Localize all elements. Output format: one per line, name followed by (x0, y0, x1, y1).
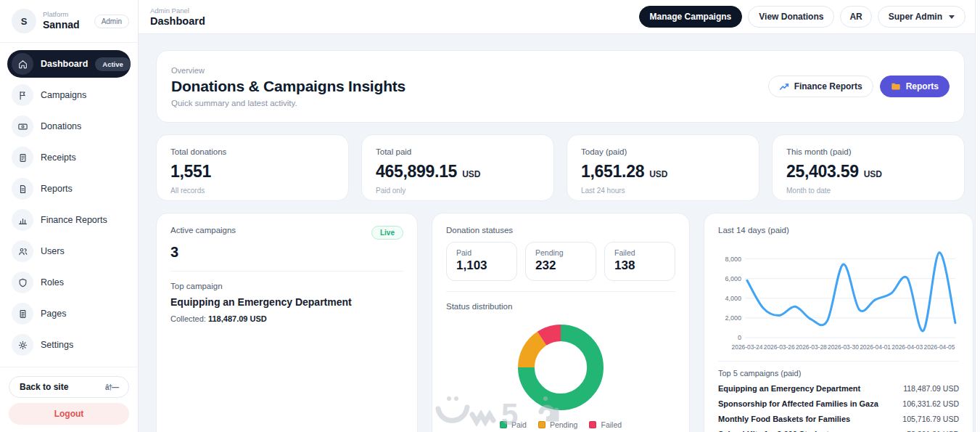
stat-label: This month (paid) (786, 147, 950, 156)
bottom-row: Active campaigns Live 3 Top campaign Equ… (156, 213, 965, 432)
top5-row: School Kits for 2,000 Students 58,361.81… (718, 426, 959, 432)
sidebar-item-label: Pages (41, 309, 126, 319)
legend-label: Paid (511, 420, 527, 429)
stat-unit: USD (649, 169, 667, 179)
view-donations-button[interactable]: View Donations (748, 6, 834, 28)
topbar: Admin Panel Dashboard Manage Campaigns V… (139, 0, 980, 34)
stat-subtext: Month to date (786, 187, 950, 195)
manage-campaigns-button[interactable]: Manage Campaigns (639, 6, 743, 28)
shield-icon (12, 272, 33, 293)
language-toggle-button[interactable]: AR (840, 6, 871, 28)
svg-text:2026-03-26: 2026-03-26 (764, 343, 795, 351)
stat-subtext: Paid only (376, 187, 540, 195)
donation-statuses-card: Donation statuses Paid 1,103 Pending 232… (432, 213, 690, 432)
collected-value: 118,487.09 USD (208, 314, 267, 323)
campaign-amount: 118,487.09 USD (903, 384, 959, 393)
stat-card-total-donations: Total donations 1,551 All records (156, 134, 349, 201)
breadcrumb: Admin Panel (150, 7, 205, 15)
overview-title: Donations & Campaigns Insights (171, 78, 405, 95)
divider (170, 271, 403, 272)
svg-text:2026-04-01: 2026-04-01 (860, 343, 891, 351)
sidebar-item-finance-reports[interactable]: Finance Reports (7, 206, 131, 234)
legend-label: Pending (550, 420, 578, 429)
svg-text:2026-03-30: 2026-03-30 (828, 343, 859, 351)
svg-text:4,000: 4,000 (725, 295, 741, 302)
user-menu-label: Super Admin (889, 12, 942, 22)
sidebar-item-label: Campaigns (41, 90, 126, 100)
svg-text:8,000: 8,000 (725, 256, 741, 263)
admin-role-badge: Admin (94, 15, 129, 28)
user-menu-button[interactable]: Super Admin (878, 6, 965, 28)
top5-row: Equipping an Emergency Department 118,48… (718, 380, 959, 396)
bar-chart-icon (12, 209, 33, 231)
chart-up-icon (779, 81, 789, 91)
sidebar-item-campaigns[interactable]: Campaigns (7, 81, 131, 109)
stat-value: 465,899.15 (376, 162, 457, 182)
stat-value: 25,403.59 (786, 162, 859, 182)
svg-text:2026-03-24: 2026-03-24 (732, 343, 763, 351)
svg-text:2026-04-05: 2026-04-05 (924, 343, 955, 351)
sidebar-item-settings[interactable]: Settings (7, 331, 131, 359)
page-scrollbar[interactable] (975, 0, 980, 432)
sidebar-item-label: Dashboard (41, 59, 88, 69)
legend-item[interactable]: Paid (500, 420, 527, 429)
stat-unit: USD (462, 169, 480, 179)
finance-reports-button[interactable]: Finance Reports (768, 76, 873, 97)
sidebar-nav: Dashboard Active Campaigns Donations Re (0, 43, 138, 367)
topbar-actions: Manage Campaigns View Donations AR Super… (639, 6, 965, 28)
status-mini-label: Paid (456, 248, 507, 257)
users-icon (12, 240, 33, 262)
home-icon (12, 53, 33, 75)
back-to-site-button[interactable]: Back to site â†— (9, 376, 129, 398)
folder-icon (891, 81, 901, 91)
sidebar-footer: Back to site â†— Logout (0, 367, 138, 432)
sidebar-item-label: Finance Reports (41, 215, 126, 225)
file-icon (12, 178, 33, 200)
sidebar-item-roles[interactable]: Roles (7, 269, 131, 296)
campaign-amount: 58,361.81 USD (907, 430, 959, 432)
top5-title: Top 5 campaigns (paid) (718, 369, 959, 378)
sidebar-item-label: Users (41, 246, 126, 256)
logout-button[interactable]: Logout (9, 403, 129, 425)
sidebar-item-donations[interactable]: Donations (7, 113, 131, 140)
page-icon (12, 303, 33, 325)
svg-text:0: 0 (738, 334, 741, 341)
campaign-name: Equipping an Emergency Department (718, 384, 860, 393)
stat-subtext: Last 24 hours (581, 187, 745, 195)
stat-unit: USD (864, 169, 882, 179)
campaign-name: School Kits for 2,000 Students (718, 430, 833, 432)
stat-card-today-paid: Today (paid) 1,651.28 USD Last 24 hours (567, 134, 759, 201)
sidebar-item-label: Settings (41, 340, 126, 350)
receipt-icon (12, 147, 33, 168)
flag-icon (12, 84, 33, 106)
live-badge: Live (371, 226, 403, 240)
status-mini-pending: Pending 232 (525, 242, 596, 281)
svg-text:2,000: 2,000 (725, 314, 741, 322)
reports-button[interactable]: Reports (880, 76, 950, 97)
svg-text:6,000: 6,000 (725, 275, 741, 282)
campaign-name: Monthly Food Baskets for Families (718, 415, 850, 423)
donut-legend: PaidPendingFailed (446, 420, 675, 429)
brand-header: S Platform Sannad Admin (0, 0, 138, 43)
sidebar-item-receipts[interactable]: Receipts (7, 144, 131, 171)
sidebar-item-dashboard[interactable]: Dashboard Active (7, 50, 131, 78)
top-campaign-name: Equipping an Emergency Department (170, 296, 403, 308)
content-area: Admin Panel Dashboard Manage Campaigns V… (139, 0, 980, 432)
sidebar-item-label: Donations (41, 121, 126, 131)
legend-item[interactable]: Failed (589, 420, 622, 429)
sidebar-item-reports[interactable]: Reports (7, 175, 131, 203)
divider (718, 361, 959, 362)
sidebar-item-label: Roles (41, 277, 126, 288)
overview-eyebrow: Overview (171, 66, 405, 75)
sidebar-item-pages[interactable]: Pages (7, 300, 131, 327)
sidebar-item-users[interactable]: Users (7, 237, 131, 265)
legend-item[interactable]: Pending (538, 420, 578, 429)
svg-text:2026-04-03: 2026-04-03 (892, 343, 923, 351)
donation-statuses-title: Donation statuses (446, 226, 675, 235)
top-campaign-label: Top campaign (170, 282, 403, 290)
stat-label: Total paid (376, 147, 540, 156)
status-mini-value: 1,103 (456, 258, 507, 273)
status-mini-paid: Paid 1,103 (446, 242, 517, 281)
external-link-glyph: â†— (105, 383, 118, 391)
stat-label: Total donations (170, 147, 334, 156)
